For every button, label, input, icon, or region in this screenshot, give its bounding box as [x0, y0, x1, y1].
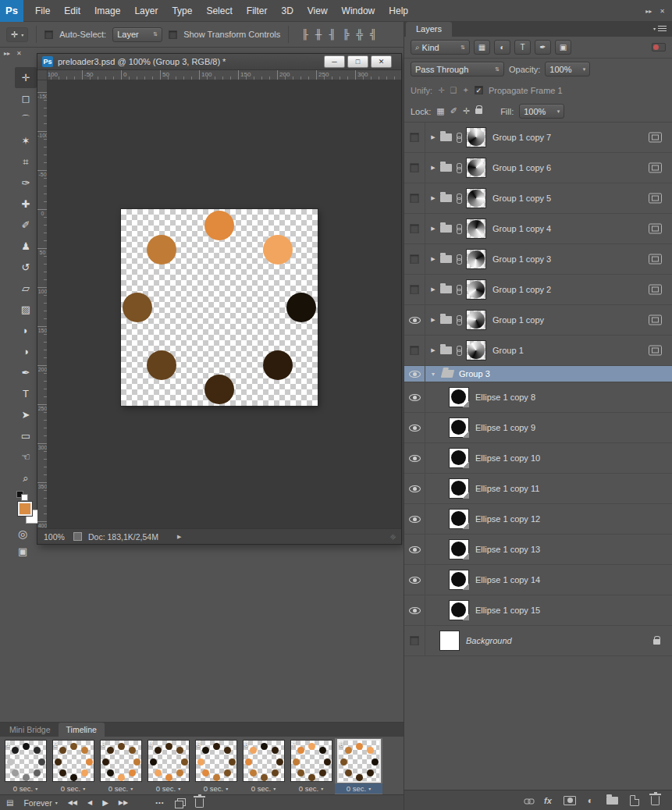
document-titlebar[interactable]: Ps preloader3.psd @ 100% (Group 3, RGB/8… [37, 54, 401, 70]
animation-frame-7[interactable]: 70 sec.▾ [287, 738, 335, 795]
history-brush-tool[interactable]: ↺ [15, 257, 37, 278]
canvas[interactable] [121, 209, 318, 406]
collapse-tools-icon[interactable]: ▸▸ [4, 50, 10, 57]
clone-stamp-tool[interactable]: ♟ [15, 236, 37, 257]
dodge-tool[interactable]: ◑ [15, 341, 37, 362]
delete-layer-icon[interactable] [651, 796, 660, 805]
visibility-toggle[interactable] [404, 123, 425, 152]
visibility-toggle[interactable] [404, 275, 425, 304]
layer-style-icon[interactable]: fx [544, 796, 552, 805]
animation-frame-6[interactable]: 60 sec.▾ [240, 738, 287, 795]
unify-position-icon[interactable]: ✛ [438, 86, 444, 94]
gradient-tool[interactable]: ▨ [15, 299, 37, 320]
auto-select-target-dropdown[interactable]: Layer ⇅ [112, 27, 162, 42]
first-frame-button[interactable]: ◀◀ [68, 799, 77, 806]
resize-grip-icon[interactable]: ≡ [387, 531, 397, 542]
lock-pixels-icon[interactable]: ✐ [450, 106, 457, 116]
unify-style-icon[interactable]: ✦ [462, 86, 468, 94]
filter-pixel-layers-icon[interactable]: ▦ [474, 40, 490, 55]
spot-healing-brush-tool[interactable]: ✚ [15, 194, 37, 215]
expand-triangle-icon[interactable]: ▶ [428, 195, 439, 201]
lock-position-icon[interactable]: ✛ [463, 106, 470, 116]
menu-help[interactable]: Help [382, 0, 415, 22]
eraser-tool[interactable]: ▱ [15, 278, 37, 299]
menu-edit[interactable]: Edit [57, 0, 87, 22]
layer-row-group-1-copy-3[interactable]: ▶Group 1 copy 3 [404, 244, 672, 275]
visibility-toggle[interactable] [404, 244, 425, 274]
frame-delay-dropdown[interactable]: 0 sec.▾ [192, 783, 240, 794]
visibility-toggle[interactable] [404, 153, 425, 183]
status-options-arrow[interactable]: ▶ [177, 534, 181, 540]
layer-row-group-1-copy-6[interactable]: ▶Group 1 copy 6 [404, 153, 672, 183]
auto-select-checkbox[interactable] [44, 30, 53, 39]
maximize-button[interactable]: □ [347, 55, 368, 68]
new-adjustment-layer-icon[interactable]: ◐ [588, 796, 593, 805]
visibility-toggle[interactable] [404, 382, 425, 412]
layer-filtering-toggle[interactable] [652, 43, 666, 52]
canvas-viewport[interactable] [48, 80, 401, 528]
visibility-toggle[interactable] [404, 366, 425, 382]
default-colors-icon[interactable] [16, 491, 28, 501]
menu-filter[interactable]: Filter [240, 0, 275, 22]
visibility-toggle[interactable] [404, 305, 425, 335]
show-transform-controls-checkbox[interactable] [169, 30, 177, 39]
distribute-horizontal-centers-icon[interactable]: ╬ [356, 29, 363, 40]
layer-row-group-3[interactable]: ▼Group 3 [404, 366, 672, 382]
layer-row-background[interactable]: Background [404, 626, 672, 656]
add-layer-mask-icon[interactable] [564, 796, 576, 805]
menu-view[interactable]: View [300, 0, 335, 22]
menu-file[interactable]: File [28, 0, 57, 22]
menu-type[interactable]: Type [165, 0, 199, 22]
layer-row-ellipse-1-copy-8[interactable]: Ellipse 1 copy 8 [404, 382, 672, 413]
tab-mini-bridge[interactable]: Mini Bridge [2, 723, 59, 737]
close-button[interactable]: ✕ [371, 55, 392, 68]
visibility-toggle[interactable] [404, 183, 425, 213]
zoom-level-field[interactable]: 100% [44, 532, 67, 542]
frame-delay-dropdown[interactable]: 0 sec.▾ [49, 783, 97, 794]
visibility-toggle[interactable] [404, 474, 425, 503]
visibility-toggle[interactable] [404, 626, 425, 655]
visibility-toggle[interactable] [404, 214, 425, 243]
filter-smart-objects-icon[interactable]: ▣ [555, 40, 571, 55]
blur-tool[interactable]: ◗ [15, 320, 37, 341]
close-dock-icon[interactable]: ✕ [660, 8, 665, 15]
layer-row-ellipse-1-copy-14[interactable]: Ellipse 1 copy 14 [404, 565, 672, 595]
animation-frame-5[interactable]: 50 sec.▾ [192, 738, 240, 795]
panel-menu-icon[interactable]: ▾ [653, 26, 667, 31]
layer-row-ellipse-1-copy-12[interactable]: Ellipse 1 copy 12 [404, 504, 672, 535]
minimize-button[interactable]: ─ [324, 55, 345, 68]
pen-tool[interactable]: ✒ [15, 362, 37, 383]
layer-row-ellipse-1-copy-13[interactable]: Ellipse 1 copy 13 [404, 535, 672, 565]
filter-type-layers-icon[interactable]: T [514, 40, 531, 55]
foreground-color-swatch[interactable] [18, 502, 32, 516]
menu-image[interactable]: Image [87, 0, 127, 22]
visibility-toggle[interactable] [404, 504, 425, 534]
type-tool[interactable]: T [15, 383, 37, 404]
visibility-toggle[interactable] [404, 336, 425, 365]
brush-tool[interactable]: ✐ [15, 215, 37, 236]
menu-3d[interactable]: 3D [274, 0, 300, 22]
expand-triangle-icon[interactable]: ▶ [428, 256, 439, 262]
path-selection-tool[interactable]: ➤ [15, 404, 37, 425]
play-button[interactable]: ▶ [102, 798, 108, 807]
filter-adjustment-layers-icon[interactable]: ◐ [494, 40, 510, 55]
layer-row-ellipse-1-copy-10[interactable]: Ellipse 1 copy 10 [404, 443, 672, 474]
layer-row-ellipse-1-copy-9[interactable]: Ellipse 1 copy 9 [404, 413, 672, 443]
new-layer-icon[interactable] [630, 795, 639, 806]
animation-frame-1[interactable]: 10 sec.▾ [2, 738, 49, 795]
duplicate-frame-button[interactable] [175, 798, 185, 807]
screen-mode-icon[interactable]: ▣ [18, 545, 27, 557]
menu-select[interactable]: Select [199, 0, 239, 22]
animation-frame-8[interactable]: 80 sec.▾ [335, 738, 382, 795]
frame-delay-dropdown[interactable]: 0 sec.▾ [240, 783, 287, 794]
quick-selection-tool[interactable]: ✶ [15, 130, 37, 151]
expand-triangle-icon[interactable]: ▶ [428, 226, 439, 232]
blend-mode-dropdown[interactable]: Pass Through ⇅ [411, 62, 504, 76]
align-right-edges-icon[interactable]: ╢ [329, 29, 336, 40]
zoom-tool[interactable]: ⌕ [15, 467, 37, 488]
expand-triangle-icon[interactable]: ▶ [428, 317, 439, 323]
menu-window[interactable]: Window [335, 0, 382, 22]
loop-count-dropdown[interactable]: Forever ▾ [23, 798, 57, 808]
align-left-edges-icon[interactable]: ╟ [301, 29, 308, 40]
ruler-origin-box[interactable] [37, 70, 48, 80]
